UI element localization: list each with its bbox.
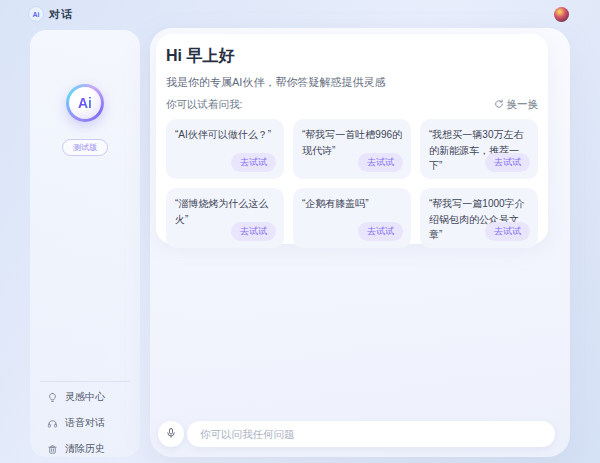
mic-button[interactable] xyxy=(158,421,184,447)
user-avatar[interactable] xyxy=(554,7,569,22)
sidebar-item-inspiration[interactable]: 灵感中心 xyxy=(40,384,130,410)
suggestion-card[interactable]: “我想买一辆30万左右的新能源车，推荐一下” 去试试 xyxy=(420,119,538,179)
prompt-label: 你可以试着问我: xyxy=(166,98,242,112)
try-button[interactable]: 去试试 xyxy=(485,153,530,172)
suggestion-card[interactable]: “淄博烧烤为什么这么火” 去试试 xyxy=(166,188,284,248)
chat-input[interactable] xyxy=(187,421,555,447)
refresh-suggestions-button[interactable]: 换一换 xyxy=(494,98,539,112)
beta-badge: 测试版 xyxy=(62,139,108,156)
lightbulb-icon xyxy=(47,392,58,403)
suggestion-text: “企鹅有膝盖吗” xyxy=(302,196,402,212)
suggestion-card[interactable]: “帮我写一首吐槽996的现代诗” 去试试 xyxy=(293,119,411,179)
sidebar-item-label: 语音对话 xyxy=(65,416,105,430)
greeting-card: Hi 早上好 我是你的专属AI伙伴，帮你答疑解惑提供灵感 你可以试着问我: 换一… xyxy=(156,34,548,244)
try-button[interactable]: 去试试 xyxy=(231,222,276,241)
greeting-title: Hi 早上好 xyxy=(166,46,538,67)
try-button[interactable]: 去试试 xyxy=(231,153,276,172)
microphone-icon xyxy=(165,427,177,442)
sidebar-menu: 灵感中心 语音对话 清除历史 建议反馈 xyxy=(40,381,130,463)
ai-logo-inner: Ai xyxy=(69,87,101,119)
suggestion-card[interactable]: “AI伙伴可以做什么？” 去试试 xyxy=(166,119,284,179)
ai-logo: Ai xyxy=(66,84,104,122)
app-logo-icon: Ai xyxy=(28,6,44,22)
sidebar-item-voice-chat[interactable]: 语音对话 xyxy=(40,410,130,436)
try-button[interactable]: 去试试 xyxy=(485,222,530,241)
ai-logo-text: Ai xyxy=(78,95,92,111)
trash-icon xyxy=(47,444,58,455)
try-button[interactable]: 去试试 xyxy=(358,153,403,172)
refresh-icon xyxy=(494,99,504,111)
sidebar-item-label: 清除历史 xyxy=(65,442,105,456)
app-title: 对话 xyxy=(49,7,73,22)
brand: Ai 对话 xyxy=(28,6,73,22)
sidebar-item-label: 灵感中心 xyxy=(65,390,105,404)
refresh-label: 换一换 xyxy=(507,98,539,112)
app-window: Ai 对话 Ai 测试版 灵感中心 语音对话 xyxy=(0,0,600,463)
chat-input-bar xyxy=(187,421,555,447)
suggestion-card[interactable]: “帮我写一篇1000字介绍锅包肉的公众号文章” 去试试 xyxy=(420,188,538,248)
suggestion-text: “AI伙伴可以做什么？” xyxy=(175,127,275,143)
chat-panel: Hi 早上好 我是你的专属AI伙伴，帮你答疑解惑提供灵感 你可以试着问我: 换一… xyxy=(150,28,570,457)
headset-icon xyxy=(47,418,58,429)
sidebar: Ai 测试版 灵感中心 语音对话 清除历史 xyxy=(30,30,140,457)
suggestion-grid: “AI伙伴可以做什么？” 去试试 “帮我写一首吐槽996的现代诗” 去试试 “我… xyxy=(166,119,538,248)
suggestion-card[interactable]: “企鹅有膝盖吗” 去试试 xyxy=(293,188,411,248)
sidebar-item-clear-history[interactable]: 清除历史 xyxy=(40,436,130,462)
greeting-subtitle: 我是你的专属AI伙伴，帮你答疑解惑提供灵感 xyxy=(166,75,538,90)
prompt-row: 你可以试着问我: 换一换 xyxy=(166,98,538,112)
topbar: Ai 对话 xyxy=(0,0,600,28)
try-button[interactable]: 去试试 xyxy=(358,222,403,241)
